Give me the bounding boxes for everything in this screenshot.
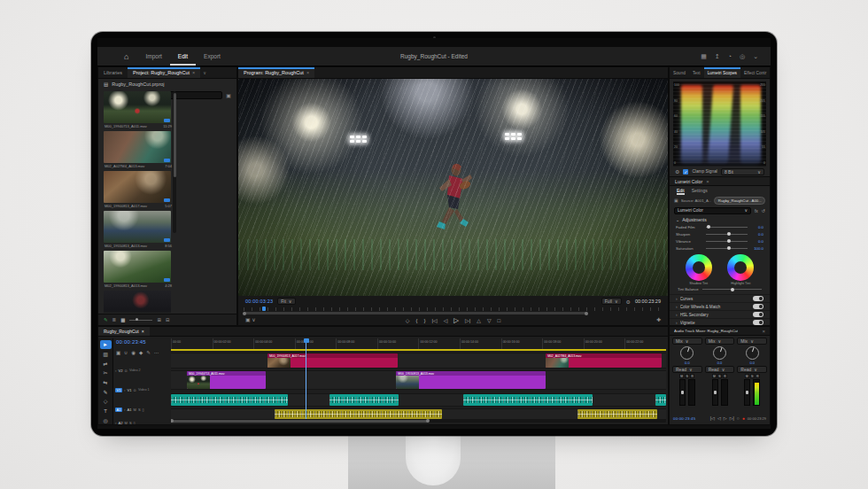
timeline-audio-clip[interactable] bbox=[577, 409, 656, 419]
snap-icon[interactable]: ∪ bbox=[124, 350, 128, 355]
section-curves[interactable]: ›Curves bbox=[670, 294, 770, 302]
source-patch-a1[interactable]: A1 bbox=[115, 408, 122, 412]
track-lane-v2[interactable]: M00_19900813_A017.movM02_A027M4_A013.mov bbox=[171, 353, 666, 369]
volume-fader[interactable] bbox=[712, 379, 718, 406]
slider-thumb[interactable] bbox=[727, 239, 731, 243]
effect-select[interactable]: Lumetri Color∨ bbox=[674, 207, 751, 214]
share-icon[interactable]: ↥ bbox=[715, 53, 720, 60]
lock-icon[interactable]: ▫ bbox=[115, 369, 116, 373]
mixer-current-timecode[interactable]: 00:00:23:45 bbox=[673, 416, 695, 421]
go-to-out-icon[interactable]: △ bbox=[477, 317, 481, 323]
go-to-in-icon[interactable]: |◁ bbox=[432, 317, 438, 323]
thumbnail-zoom-slider[interactable] bbox=[129, 320, 152, 321]
project-scrollbar[interactable] bbox=[173, 91, 176, 233]
timeline-playhead[interactable] bbox=[306, 338, 306, 419]
solo-button[interactable]: S bbox=[138, 408, 141, 412]
zoom-level-select[interactable]: Fit∨ bbox=[277, 298, 295, 305]
header-tab-import[interactable]: Import bbox=[137, 47, 169, 66]
s-button[interactable]: S bbox=[717, 374, 722, 378]
s-button[interactable]: S bbox=[685, 374, 689, 378]
pan-knob[interactable] bbox=[713, 346, 726, 360]
clamp-signal-checkbox[interactable]: ✓ bbox=[683, 169, 688, 175]
fullscreen-icon[interactable]: ⌄ bbox=[753, 53, 758, 60]
slider-thumb[interactable] bbox=[727, 246, 731, 250]
track-assign-select[interactable]: Mix∨ bbox=[672, 338, 702, 345]
panel-overflow-icon[interactable]: » bbox=[770, 70, 771, 75]
home-icon[interactable]: ⌂ bbox=[124, 52, 128, 61]
header-tab-edit[interactable]: Edit bbox=[170, 47, 196, 66]
reset-icon[interactable]: ↺ bbox=[762, 208, 765, 213]
selected-clip-chip[interactable]: Rugby_RoughCut - A00... bbox=[714, 197, 765, 205]
source-clip-label[interactable]: Source: A001_A... bbox=[681, 198, 711, 203]
track-select-tool[interactable]: ▥ bbox=[100, 350, 112, 359]
step-back-icon[interactable]: ◁ bbox=[444, 317, 448, 323]
timeline-video-clip[interactable]: M00_19940713_A011.mov bbox=[187, 371, 266, 389]
tab-lumetri-edit[interactable]: Edit bbox=[677, 188, 685, 193]
section-toggle[interactable] bbox=[753, 312, 763, 317]
lift-icon[interactable]: ▽ bbox=[487, 317, 492, 323]
mark-in-icon[interactable]: { bbox=[415, 318, 417, 323]
adjustments-section[interactable]: ⌄ Adjustments bbox=[670, 215, 770, 223]
track-header-a2[interactable]: ▫ A2 M S ▯ bbox=[113, 417, 171, 425]
eye-icon[interactable]: ⊙ bbox=[125, 369, 128, 373]
timeline-video-clip[interactable]: M02_A027M4_A013.mov bbox=[546, 353, 662, 368]
tab-effect-contr[interactable]: Effect Contr bbox=[740, 67, 770, 78]
button-editor-icon[interactable]: ✚ bbox=[656, 316, 661, 322]
volume-fader[interactable] bbox=[744, 379, 750, 406]
project-clip-item[interactable]: M01_19900813_A021.mov6:14 bbox=[104, 291, 173, 313]
tab-text[interactable]: Text bbox=[689, 67, 704, 78]
progress-icon[interactable]: ◔ bbox=[728, 53, 732, 60]
program-video-viewport[interactable] bbox=[238, 79, 668, 296]
lock-icon[interactable]: ▫ bbox=[124, 408, 125, 412]
record-icon[interactable]: ● bbox=[742, 415, 745, 421]
close-icon[interactable]: × bbox=[142, 329, 144, 334]
ripple-edit-tool[interactable]: ⇄ bbox=[100, 359, 112, 368]
timeline-audio-clip[interactable] bbox=[655, 394, 666, 406]
timeline-audio-clip[interactable] bbox=[329, 394, 399, 406]
mark-out-icon[interactable]: } bbox=[423, 318, 425, 323]
export-frame-icon[interactable]: □ bbox=[498, 318, 501, 323]
loop-icon[interactable]: ○ bbox=[737, 415, 740, 421]
lock-icon[interactable]: ▫ bbox=[124, 388, 125, 392]
r-button[interactable]: R bbox=[756, 374, 760, 378]
section-vignette[interactable]: ›Vignette bbox=[670, 318, 770, 326]
track-lane-a1[interactable] bbox=[171, 393, 666, 407]
section-toggle[interactable] bbox=[753, 304, 763, 309]
settings-wrench-icon[interactable]: ⚙ bbox=[626, 299, 631, 305]
workspace-icon[interactable]: ▦ bbox=[701, 53, 707, 60]
timeline-audio-clip[interactable] bbox=[275, 409, 441, 419]
section-toggle[interactable] bbox=[753, 296, 763, 301]
project-clip-item[interactable]: M00_19900813_A017.mov5:07 bbox=[104, 171, 173, 208]
track-assign-select[interactable]: Mix∨ bbox=[705, 338, 735, 345]
tint-balance-slider[interactable] bbox=[702, 289, 762, 290]
search-icon[interactable]: ◎ bbox=[740, 53, 745, 60]
scope-settings-wrench-icon[interactable]: ⚙ bbox=[675, 168, 679, 175]
m-button[interactable]: M bbox=[679, 374, 684, 378]
r-button[interactable]: R bbox=[723, 374, 727, 378]
volume-fader[interactable] bbox=[679, 379, 686, 406]
new-item-icon[interactable]: ⊟ bbox=[166, 317, 170, 322]
header-tab-export[interactable]: Export bbox=[196, 47, 229, 66]
timeline-audio-clip[interactable] bbox=[171, 394, 288, 406]
eye-icon[interactable]: ⊙ bbox=[134, 388, 136, 392]
r-button[interactable]: R bbox=[690, 374, 694, 378]
play-icon[interactable]: ▷ bbox=[724, 415, 727, 421]
fx-toggle-icon[interactable]: fx bbox=[755, 208, 758, 213]
timeline-ruler[interactable]: 00:0000:00:02:0000:00:04:0000:00:06:0000… bbox=[171, 338, 666, 349]
tab-sequence[interactable]: Rugby_RoughCut× bbox=[98, 327, 150, 336]
highlight-tint-wheel[interactable] bbox=[727, 254, 754, 281]
timeline-track-area[interactable]: 00:0000:00:02:0000:00:04:0000:00:06:0000… bbox=[171, 338, 666, 424]
mute-button[interactable]: M bbox=[134, 408, 136, 412]
slider-thumb[interactable] bbox=[707, 225, 710, 229]
step-forward-icon[interactable]: ▷| bbox=[730, 415, 734, 421]
chevron-down-icon[interactable]: ∨ bbox=[200, 70, 209, 75]
source-patch-v1[interactable]: V1 bbox=[115, 388, 122, 392]
slider-track[interactable] bbox=[706, 248, 748, 249]
close-icon[interactable]: × bbox=[306, 70, 309, 75]
track-header-a1[interactable]: A1 ▫ A1 M S ▯ bbox=[113, 403, 171, 416]
tab-project[interactable]: Project: Rugby_RoughCut× bbox=[128, 67, 200, 78]
play-icon[interactable]: ▷ bbox=[453, 316, 459, 324]
add-marker-icon[interactable]: ◆ bbox=[139, 350, 143, 355]
automation-mode-select[interactable]: Read∨ bbox=[672, 366, 702, 373]
timeline-current-timecode[interactable]: 00:00:23:45 bbox=[116, 339, 146, 345]
